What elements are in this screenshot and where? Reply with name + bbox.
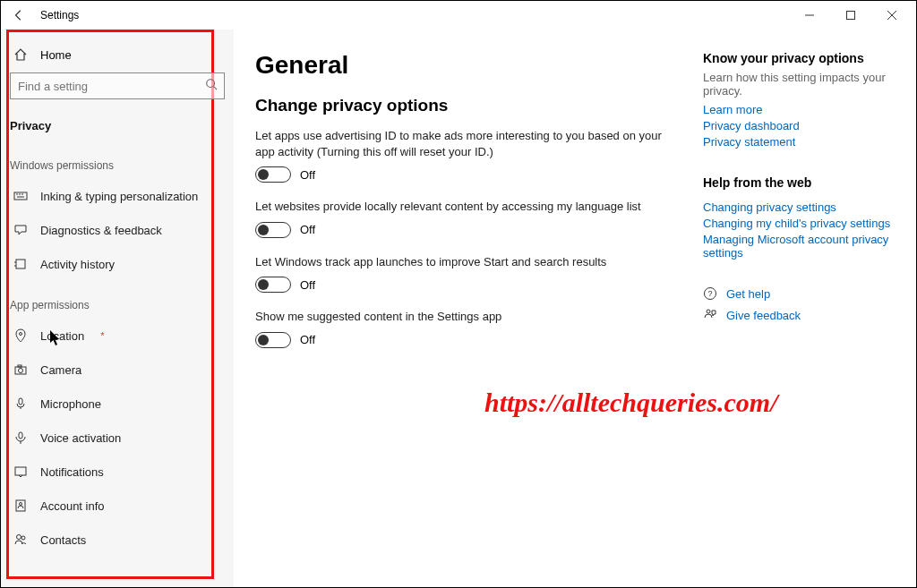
back-button[interactable] [4, 1, 33, 30]
sidebar-item-location[interactable]: Location * [1, 319, 234, 353]
camera-icon [13, 362, 28, 377]
sidebar-home-label: Home [40, 48, 72, 62]
svg-point-14 [19, 369, 23, 373]
toggle-state: Off [300, 223, 315, 236]
sidebar-item-label: Inking & typing personalization [40, 190, 198, 203]
svg-rect-1 [847, 12, 855, 20]
setting-suggested-content: Show me suggested content in the Setting… [255, 309, 667, 348]
sidebar-item-label: Activity history [40, 258, 115, 271]
svg-rect-20 [15, 467, 26, 475]
sidebar-home[interactable]: Home [1, 37, 234, 72]
toggle-state: Off [300, 278, 315, 292]
link-learn-more[interactable]: Learn more [703, 103, 891, 116]
sidebar-item-contacts[interactable]: Contacts [1, 523, 234, 557]
toggle-state: Off [300, 168, 315, 182]
svg-point-22 [20, 503, 22, 506]
contacts-icon [13, 533, 28, 547]
get-help-link[interactable]: ? Get help [703, 286, 891, 301]
svg-rect-16 [19, 398, 22, 405]
sidebar-item-label: Location [40, 329, 84, 343]
sidebar-item-voice[interactable]: Voice activation [1, 421, 234, 455]
aside-help-title: Help from the web [703, 175, 891, 190]
link-child-privacy[interactable]: Changing my child's privacy settings [703, 217, 891, 230]
sidebar-item-account[interactable]: Account info [1, 489, 234, 523]
sidebar-item-camera[interactable]: Camera [1, 353, 234, 387]
link-changing-privacy[interactable]: Changing privacy settings [703, 200, 891, 214]
give-feedback-link[interactable]: Give feedback [703, 308, 891, 322]
toggle-app-launches[interactable] [255, 277, 291, 293]
sidebar-item-diagnostics[interactable]: Diagnostics & feedback [1, 213, 234, 247]
voice-icon [13, 430, 28, 445]
help-icon: ? [703, 286, 717, 301]
link-privacy-dashboard[interactable]: Privacy dashboard [703, 119, 891, 132]
sidebar-item-label: Account info [40, 499, 105, 513]
svg-text:?: ? [707, 289, 712, 298]
svg-point-23 [17, 535, 21, 540]
toggle-language-list[interactable] [255, 222, 291, 238]
sidebar-item-label: Voice activation [40, 431, 121, 445]
get-help-label: Get help [726, 287, 770, 301]
title-bar: Settings [1, 1, 916, 30]
window-title: Settings [40, 9, 79, 21]
sidebar-item-label: Notifications [40, 465, 104, 479]
setting-desc: Let websites provide locally relevant co… [255, 199, 667, 215]
sidebar-item-activity[interactable]: Activity history [1, 247, 234, 281]
toggle-state: Off [300, 333, 315, 346]
setting-app-launches: Let Windows track app launches to improv… [255, 254, 667, 294]
svg-rect-4 [14, 192, 27, 200]
page-title: General [255, 51, 667, 80]
setting-desc: Show me suggested content in the Setting… [255, 309, 667, 325]
toggle-suggested-content[interactable] [255, 332, 291, 348]
aside-column: Know your privacy options Learn how this… [703, 51, 891, 588]
aside-know-desc: Learn how this setting impacts your priv… [703, 71, 891, 98]
sidebar: Home Privacy Windows permissions Inking … [1, 30, 234, 588]
svg-point-27 [707, 310, 710, 313]
sidebar-group-windows: Windows permissions [1, 141, 234, 179]
sidebar-category: Privacy [1, 107, 234, 141]
give-feedback-label: Give feedback [726, 309, 801, 322]
location-icon [13, 328, 28, 343]
sidebar-item-notifications[interactable]: Notifications [1, 455, 234, 489]
setting-desc: Let Windows track app launches to improv… [255, 254, 667, 270]
flag-indicator: * [100, 330, 104, 341]
maximize-button[interactable] [830, 1, 871, 30]
search-input[interactable] [10, 72, 225, 99]
svg-rect-18 [19, 432, 22, 439]
link-msa-privacy[interactable]: Managing Microsoft account privacy setti… [703, 233, 891, 260]
search-wrap [1, 72, 234, 107]
arrow-left-icon [13, 9, 25, 21]
svg-point-12 [20, 333, 22, 336]
account-icon [13, 499, 28, 513]
history-icon [13, 257, 28, 271]
sidebar-item-inking[interactable]: Inking & typing personalization [1, 179, 234, 213]
setting-advertising-id: Let apps use advertising ID to make ads … [255, 128, 667, 183]
sidebar-item-microphone[interactable]: Microphone [1, 387, 234, 421]
svg-rect-15 [18, 365, 21, 367]
feedback-icon [13, 223, 28, 237]
link-privacy-statement[interactable]: Privacy statement [703, 135, 891, 149]
maximize-icon [846, 11, 855, 20]
keyboard-icon [13, 189, 28, 203]
sidebar-item-label: Microphone [40, 397, 101, 411]
setting-desc: Let apps use advertising ID to make ads … [255, 128, 667, 159]
home-icon [13, 47, 28, 62]
main-column: General Change privacy options Let apps … [255, 51, 667, 588]
sidebar-group-app: App permissions [1, 281, 234, 319]
sidebar-item-label: Diagnostics & feedback [40, 224, 162, 237]
minimize-button[interactable] [789, 1, 830, 30]
svg-rect-9 [16, 260, 25, 268]
svg-point-24 [21, 536, 25, 540]
toggle-advertising-id[interactable] [255, 166, 291, 183]
notification-icon [13, 464, 28, 479]
close-button[interactable] [871, 1, 913, 30]
minimize-icon [805, 11, 814, 20]
close-icon [887, 11, 896, 20]
microphone-icon [13, 396, 28, 411]
sidebar-item-label: Contacts [40, 533, 86, 547]
feedback-icon [703, 308, 717, 322]
section-heading: Change privacy options [255, 96, 667, 115]
setting-language-list: Let websites provide locally relevant co… [255, 199, 667, 238]
content: General Change privacy options Let apps … [234, 30, 916, 588]
sidebar-item-label: Camera [40, 363, 81, 377]
aside-know-title: Know your privacy options [703, 51, 891, 65]
